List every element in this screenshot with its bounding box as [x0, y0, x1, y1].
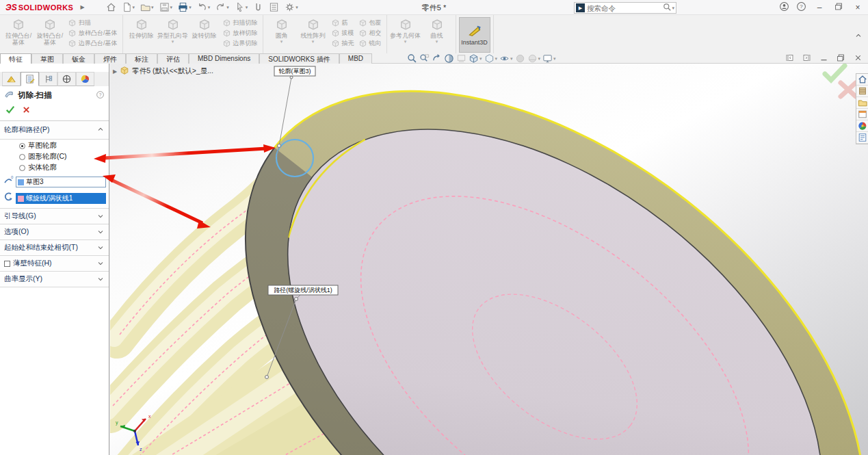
restore-button[interactable]	[832, 2, 845, 13]
profile-path-section-header[interactable]: 轮廓和路径(P)	[0, 121, 109, 140]
ribbon-button[interactable]: 镜向	[358, 39, 382, 48]
search-caret-icon[interactable]: ▾	[672, 5, 674, 11]
tab-钣金[interactable]: 钣金	[63, 53, 94, 64]
help-icon[interactable]: ?	[796, 1, 806, 14]
previous-view-button[interactable]	[432, 53, 442, 64]
menu-expand-icon[interactable]: ▶	[80, 4, 84, 10]
profile-selection-field[interactable]: 草图3	[16, 177, 106, 187]
attach-button[interactable]	[251, 1, 265, 14]
file-properties-button[interactable]	[267, 1, 281, 14]
ribbon-button[interactable]: 拉伸凸台/基体	[3, 17, 34, 47]
radio-实体轮廓[interactable]: 实体轮廓	[19, 163, 109, 172]
tree-expand-icon[interactable]: ▶	[113, 68, 117, 75]
open-button[interactable]: ▾	[138, 1, 156, 14]
save-button[interactable]: ▾	[157, 1, 175, 14]
ok-button[interactable]	[5, 105, 15, 117]
ribbon-button[interactable]: 边界凸台/基体	[68, 39, 118, 48]
print-button[interactable]: ▾	[176, 1, 194, 14]
doc-pane-right-button[interactable]	[802, 53, 811, 64]
panel-tab-property-manager[interactable]	[21, 72, 39, 86]
section-选项(O)[interactable]: 选项(O)	[0, 224, 109, 240]
ribbon-button[interactable]: 相交	[358, 29, 382, 38]
doc-restore-button[interactable]	[837, 53, 845, 64]
ribbon-button[interactable]: 圆角▾	[266, 17, 298, 44]
zoom-to-area-button[interactable]	[419, 53, 430, 64]
edit-appearance-icon	[515, 53, 525, 64]
options-button[interactable]: ▾	[282, 1, 300, 14]
doc-pane-left-button[interactable]	[785, 53, 794, 64]
tab-特征[interactable]: 特征	[0, 53, 31, 64]
radio-草图轮廓[interactable]: 草图轮廓	[19, 141, 109, 151]
new-file-button[interactable]: ▾	[120, 1, 137, 14]
view-orientation-button[interactable]: ▾	[469, 53, 482, 64]
tab-MBD Dimensions[interactable]: MBD Dimensions	[189, 53, 259, 64]
search-input[interactable]	[587, 4, 663, 12]
radio-icon[interactable]	[19, 154, 25, 160]
ribbon-button[interactable]: 拉伸切除	[126, 17, 157, 39]
ribbon-button[interactable]: 旋转凸台/基体	[34, 17, 66, 47]
ribbon-button[interactable]: 曲线▾	[421, 17, 453, 44]
view-settings-button[interactable]: ▾	[542, 53, 556, 64]
doc-close-button[interactable]	[854, 53, 863, 64]
taskpane-file-explorer-tab[interactable]	[856, 97, 868, 109]
instant3d-button[interactable]: Instant3D	[459, 17, 490, 53]
minimize-button[interactable]: –	[813, 3, 826, 12]
section-曲率显示(Y)[interactable]: 曲率显示(Y)	[0, 272, 109, 287]
panel-tab-configuration-manager[interactable]	[39, 72, 57, 86]
ribbon-button[interactable]: 异型孔向导▾	[157, 17, 189, 44]
section-起始处和结束处相切(T)[interactable]: 起始处和结束处相切(T)	[0, 240, 109, 256]
tab-焊件[interactable]: 焊件	[94, 53, 126, 64]
ribbon-collapse-icon[interactable]	[854, 30, 863, 42]
doc-minimize-button[interactable]	[819, 53, 828, 64]
hide-show-items-button[interactable]: ▾	[499, 53, 513, 64]
pm-help-icon[interactable]: ?	[96, 90, 105, 102]
ribbon-button[interactable]: 边界切除	[222, 39, 258, 48]
undo-button[interactable]: ▾	[195, 1, 213, 14]
taskpane-design-library-tab[interactable]	[856, 86, 868, 97]
section-view-button[interactable]	[444, 53, 454, 64]
ribbon-button[interactable]: 抽壳	[331, 39, 354, 48]
display-style-button[interactable]: ▾	[484, 53, 498, 64]
ribbon-button[interactable]: 拔模	[331, 29, 354, 38]
ribbon-button[interactable]: 线性阵列▾	[298, 17, 329, 44]
panel-tab-featuremanager-tree[interactable]	[2, 72, 21, 86]
ribbon-button[interactable]: 筋	[331, 18, 354, 27]
undo-icon	[197, 2, 207, 12]
ribbon-button[interactable]: 放样凸台/基体	[68, 29, 118, 38]
close-button[interactable]: ×	[852, 3, 864, 12]
radio-icon[interactable]	[19, 165, 25, 171]
search-icon[interactable]	[663, 2, 672, 14]
taskpane-home-tab[interactable]	[856, 74, 868, 86]
cancel-button[interactable]	[22, 105, 31, 117]
section-引导线(G)[interactable]: 引导线(G)	[0, 209, 109, 224]
taskpane-view-palette-tab[interactable]	[856, 109, 868, 120]
ribbon-button[interactable]: 参考几何体▾	[390, 17, 421, 44]
tab-SOLIDWORKS 插件[interactable]: SOLIDWORKS 插件	[259, 53, 339, 64]
search-box[interactable]: ▶ ▾	[574, 2, 676, 14]
ribbon-button[interactable]: 旋转切除	[189, 17, 220, 39]
panel-tab-display-manager[interactable]	[76, 72, 94, 86]
radio-icon[interactable]	[19, 143, 25, 149]
section-薄壁特征(H)[interactable]: 薄壁特征(H)	[0, 256, 109, 272]
ribbon-button[interactable]: 扫描	[68, 18, 118, 27]
ribbon-button[interactable]: 放样切除	[222, 29, 258, 38]
graphics-area[interactable]: 轮廓(草图3) 路径(螺旋线/涡状线1)	[110, 64, 868, 455]
tab-MBD[interactable]: MBD	[339, 53, 372, 64]
taskpane-custom-properties-tab[interactable]	[856, 132, 868, 144]
tab-评估[interactable]: 评估	[157, 53, 189, 64]
taskpane-appearances-tab[interactable]	[856, 120, 868, 132]
zoom-to-fit-button[interactable]	[407, 53, 417, 64]
path-selection-field[interactable]: 螺旋线/涡状线1	[16, 193, 106, 204]
home-button[interactable]	[104, 1, 118, 14]
account-icon[interactable]	[779, 1, 789, 14]
panel-tab-dimxpert-manager[interactable]	[57, 72, 76, 86]
redo-button[interactable]: ▾	[213, 1, 231, 14]
tab-草图[interactable]: 草图	[31, 53, 63, 64]
select-button[interactable]: ▾	[233, 1, 250, 14]
radio-圆形轮廓(C)[interactable]: 圆形轮廓(C)	[19, 152, 109, 161]
feature-tree-flyout[interactable]: ▶ 零件5 (默认<<默认>_显...	[113, 66, 213, 77]
checkbox-icon[interactable]	[4, 261, 10, 267]
tab-标注[interactable]: 标注	[126, 53, 157, 64]
ribbon-button[interactable]: 扫描切除	[222, 18, 258, 27]
ribbon-button[interactable]: 包覆	[358, 18, 382, 27]
